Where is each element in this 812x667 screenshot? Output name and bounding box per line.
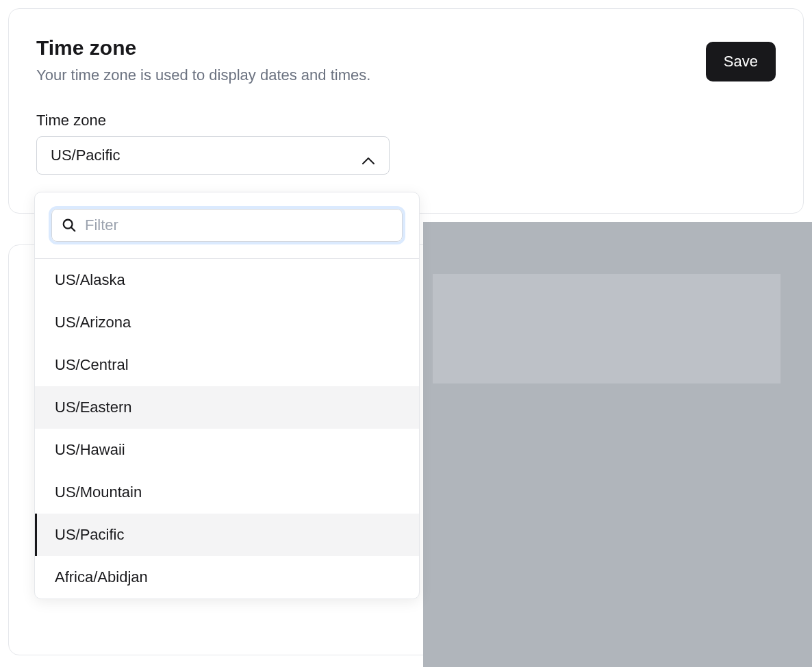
filter-input-wrapper[interactable] <box>51 209 403 242</box>
card-description: Your time zone is used to display dates … <box>36 66 706 84</box>
save-button[interactable]: Save <box>706 42 776 81</box>
background-card-inner <box>433 274 781 383</box>
card-header: Time zone Your time zone is used to disp… <box>36 36 776 84</box>
filter-section <box>35 192 419 259</box>
filter-input[interactable] <box>85 216 392 234</box>
svg-line-1 <box>71 227 75 231</box>
timezone-option[interactable]: US/Pacific <box>35 514 419 556</box>
timezone-option[interactable]: US/Alaska <box>35 259 419 301</box>
card-header-text: Time zone Your time zone is used to disp… <box>36 36 706 84</box>
field-label: Time zone <box>36 112 776 129</box>
timezone-option[interactable]: US/Mountain <box>35 471 419 514</box>
chevron-up-icon <box>361 151 375 160</box>
timezone-select-trigger[interactable]: US/Pacific <box>36 136 390 175</box>
timezone-option[interactable]: US/Arizona <box>35 301 419 344</box>
timezone-settings-card: Time zone Your time zone is used to disp… <box>8 8 804 214</box>
timezone-option[interactable]: Africa/Abidjan <box>35 556 419 599</box>
timezone-option[interactable]: US/Eastern <box>35 386 419 429</box>
timezone-option[interactable]: US/Central <box>35 344 419 386</box>
search-icon <box>62 218 77 233</box>
options-list[interactable]: US/AlaskaUS/ArizonaUS/CentralUS/EasternU… <box>35 259 419 599</box>
timezone-dropdown-panel: US/AlaskaUS/ArizonaUS/CentralUS/EasternU… <box>34 192 420 599</box>
card-title: Time zone <box>36 36 706 60</box>
timezone-field: Time zone US/Pacific <box>36 112 776 175</box>
selected-value: US/Pacific <box>51 147 120 164</box>
timezone-option[interactable]: US/Hawaii <box>35 429 419 471</box>
